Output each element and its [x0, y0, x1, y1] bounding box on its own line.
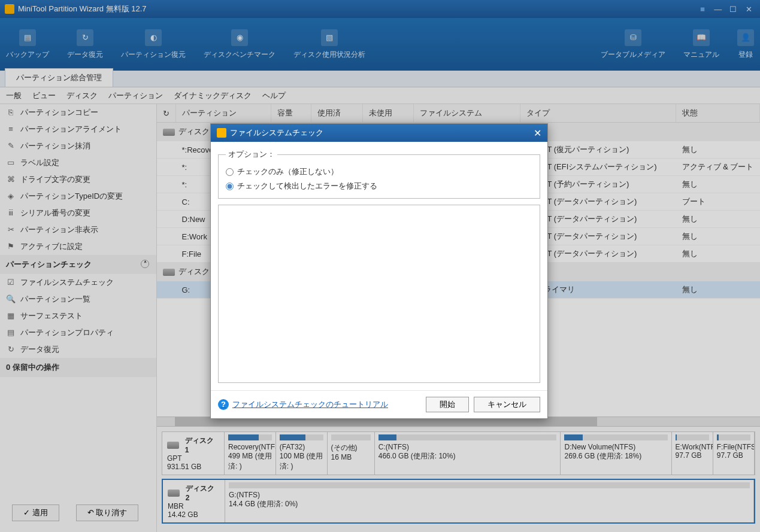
- radio-check-fix-input[interactable]: [226, 183, 234, 190]
- dialog-titlebar: ファイルシステムチェック ✕: [211, 124, 547, 142]
- help-link[interactable]: ? ファイルシステムチェックのチュートリアル: [218, 399, 388, 410]
- dialog-icon: [217, 128, 226, 138]
- help-icon: ?: [218, 399, 229, 410]
- radio-check-fix[interactable]: チェックして検出したエラーを修正する: [226, 179, 532, 193]
- fs-check-dialog: ファイルシステムチェック ✕ オプション： チェックのみ（修正しない） チェック…: [210, 123, 548, 419]
- dialog-title: ファイルシステムチェック: [230, 127, 323, 138]
- options-fieldset: オプション： チェックのみ（修正しない） チェックして検出したエラーを修正する: [218, 149, 540, 199]
- radio-check-only[interactable]: チェックのみ（修正しない）: [226, 165, 532, 179]
- radio-check-only-input[interactable]: [226, 168, 234, 176]
- start-button[interactable]: 開始: [426, 397, 469, 412]
- cancel-button[interactable]: キャンセル: [474, 397, 540, 412]
- output-textarea[interactable]: [218, 205, 540, 383]
- options-legend: オプション：: [226, 149, 277, 160]
- dialog-close-icon[interactable]: ✕: [534, 127, 541, 139]
